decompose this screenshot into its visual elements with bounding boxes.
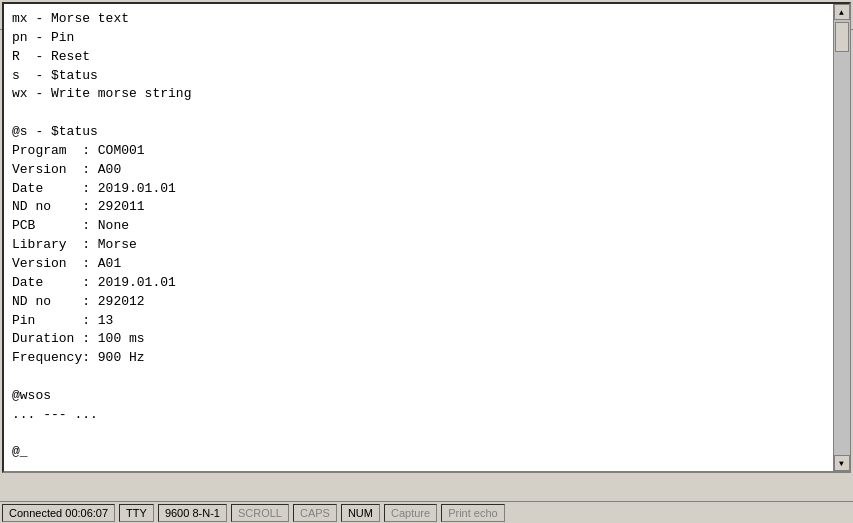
app-window: mx - Morse text pn - Pin R - Reset s - $… — [0, 0, 853, 523]
scroll-down-button[interactable]: ▼ — [834, 455, 850, 471]
scroll-track[interactable] — [834, 20, 850, 455]
scrollbar[interactable]: ▲ ▼ — [833, 4, 849, 471]
connection-status: Connected 00:06:07 — [2, 504, 115, 522]
tty-status: TTY — [119, 504, 154, 522]
scroll-up-button[interactable]: ▲ — [834, 4, 850, 20]
scroll-thumb[interactable] — [835, 22, 849, 52]
num-indicator: NUM — [341, 504, 380, 522]
baud-status: 9600 8-N-1 — [158, 504, 227, 522]
print-echo-indicator: Print echo — [441, 504, 505, 522]
main-area: mx - Morse text pn - Pin R - Reset s - $… — [2, 2, 851, 473]
content-wrapper: mx - Morse text pn - Pin R - Reset s - $… — [0, 0, 853, 501]
terminal-output[interactable]: mx - Morse text pn - Pin R - Reset s - $… — [4, 4, 833, 471]
caps-indicator: CAPS — [293, 504, 337, 522]
capture-indicator: Capture — [384, 504, 437, 522]
status-bar: Connected 00:06:07 TTY 9600 8-N-1 SCROLL… — [0, 501, 853, 523]
scroll-indicator: SCROLL — [231, 504, 289, 522]
